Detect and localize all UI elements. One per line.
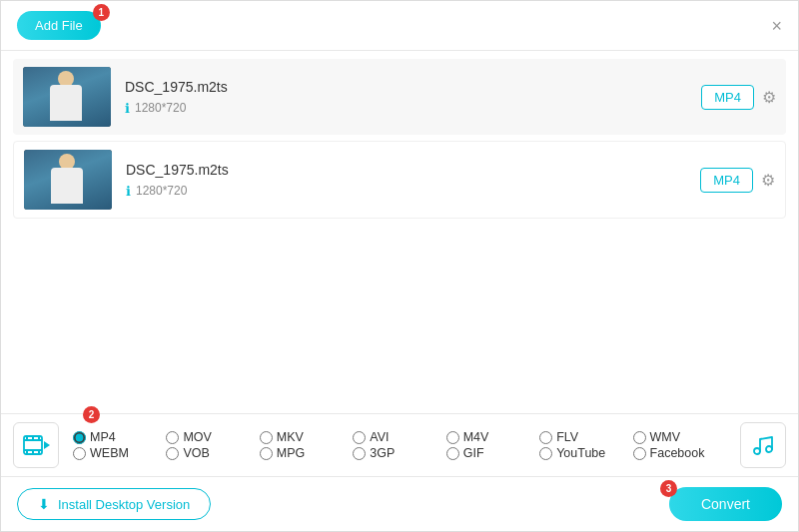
format-picker: 2 MP4 M (1, 414, 798, 477)
file-actions-2: MP4 ⚙ (700, 168, 775, 193)
info-icon-1: ℹ (125, 101, 130, 116)
file-info-1: DSC_1975.m2ts ℹ 1280*720 (111, 79, 701, 116)
thumb-image-1 (23, 67, 111, 127)
file-name-2: DSC_1975.m2ts (126, 162, 686, 178)
thumb-figure-2 (39, 152, 99, 210)
convert-button[interactable]: 3 Convert (669, 487, 782, 521)
format-label-mkv[interactable]: MKV (277, 430, 304, 444)
file-meta-1: ℹ 1280*720 (125, 101, 687, 116)
video-format-icon[interactable] (13, 422, 59, 468)
format-label-mov[interactable]: MOV (183, 430, 211, 444)
format-label-gif[interactable]: GIF (463, 446, 484, 460)
svg-rect-7 (32, 451, 34, 454)
file-item-1: DSC_1975.m2ts ℹ 1280*720 MP4 ⚙ (13, 59, 786, 135)
format-label-flv[interactable]: FLV (556, 430, 578, 444)
format-option-vob[interactable]: VOB (166, 446, 259, 460)
format-label-facebook[interactable]: Facebook (650, 446, 705, 460)
format-label-mpg[interactable]: MPG (277, 446, 305, 460)
thumb-figure-1 (38, 69, 98, 127)
settings-button-2[interactable]: ⚙ (761, 171, 775, 190)
thumbnail-2 (24, 150, 112, 210)
format-option-mpg[interactable]: MPG (260, 446, 353, 460)
install-button[interactable]: ⬇ Install Desktop Version (17, 488, 211, 520)
format-label-vob[interactable]: VOB (183, 446, 209, 460)
file-meta-2: ℹ 1280*720 (126, 184, 686, 199)
format-options: MP4 MOV MKV AVI M4V FLV (73, 430, 726, 460)
format-option-3gp[interactable]: 3GP (353, 446, 445, 460)
close-button[interactable]: × (771, 17, 782, 35)
file-name-1: DSC_1975.m2ts (125, 79, 687, 95)
format-option-mkv[interactable]: MKV (260, 430, 353, 444)
format-option-flv[interactable]: FLV (539, 430, 632, 444)
svg-rect-4 (32, 436, 34, 439)
format-label-mp4[interactable]: MP4 (90, 430, 116, 444)
settings-button-1[interactable]: ⚙ (762, 88, 776, 107)
format-option-gif[interactable]: GIF (446, 446, 539, 460)
music-note-icon (751, 433, 775, 457)
thumbnail-1 (23, 67, 111, 127)
format-option-facebook[interactable]: Facebook (633, 446, 726, 460)
svg-rect-1 (24, 439, 42, 441)
format-label-avi[interactable]: AVI (370, 430, 389, 444)
add-file-badge: 1 (93, 4, 110, 21)
file-info-2: DSC_1975.m2ts ℹ 1280*720 (112, 162, 700, 199)
svg-rect-3 (26, 436, 28, 439)
file-list: DSC_1975.m2ts ℹ 1280*720 MP4 ⚙ DSC_1975.… (1, 51, 798, 405)
install-label: Install Desktop Version (58, 497, 190, 512)
file-resolution-2: 1280*720 (136, 184, 187, 198)
format-option-wmv[interactable]: WMV (633, 430, 726, 444)
format-option-m4v[interactable]: M4V (446, 430, 539, 444)
audio-format-icon[interactable] (740, 422, 786, 468)
convert-label: Convert (701, 496, 750, 512)
svg-rect-2 (24, 449, 42, 451)
format-label-youtube[interactable]: YouTube (556, 446, 605, 460)
format-label-wmv[interactable]: WMV (650, 430, 681, 444)
format-option-webm[interactable]: WEBM (73, 446, 166, 460)
format-option-avi[interactable]: AVI (353, 430, 445, 444)
footer: ⬇ Install Desktop Version 3 Convert (1, 477, 798, 531)
file-item-2: DSC_1975.m2ts ℹ 1280*720 MP4 ⚙ (13, 141, 786, 219)
format-label-3gp[interactable]: 3GP (370, 446, 395, 460)
convert-badge: 3 (660, 480, 677, 497)
format-label-m4v[interactable]: M4V (463, 430, 489, 444)
format-option-mp4[interactable]: MP4 (73, 430, 166, 444)
format-option-youtube[interactable]: YouTube (539, 446, 632, 460)
svg-rect-6 (26, 451, 28, 454)
svg-rect-8 (38, 451, 40, 454)
format-label-webm[interactable]: WEBM (90, 446, 129, 460)
close-icon: × (771, 16, 782, 36)
svg-point-10 (754, 448, 760, 454)
file-list-inner: DSC_1975.m2ts ℹ 1280*720 MP4 ⚙ DSC_1975.… (1, 51, 798, 233)
add-file-button[interactable]: Add File 1 (17, 11, 101, 40)
file-actions-1: MP4 ⚙ (701, 85, 776, 110)
format-picker-badge: 2 (83, 406, 100, 423)
film-icon (22, 431, 50, 459)
add-file-label: Add File (35, 18, 83, 33)
header: Add File 1 × (1, 1, 798, 51)
download-icon: ⬇ (38, 496, 50, 512)
format-button-1[interactable]: MP4 (701, 85, 754, 110)
format-area: 2 MP4 M (1, 413, 798, 531)
thumb-image-2 (24, 150, 112, 210)
svg-rect-5 (38, 436, 40, 439)
format-option-mov[interactable]: MOV (166, 430, 259, 444)
file-resolution-1: 1280*720 (135, 101, 186, 115)
info-icon-2: ℹ (126, 184, 131, 199)
format-button-2[interactable]: MP4 (700, 168, 753, 193)
svg-marker-9 (44, 441, 50, 449)
